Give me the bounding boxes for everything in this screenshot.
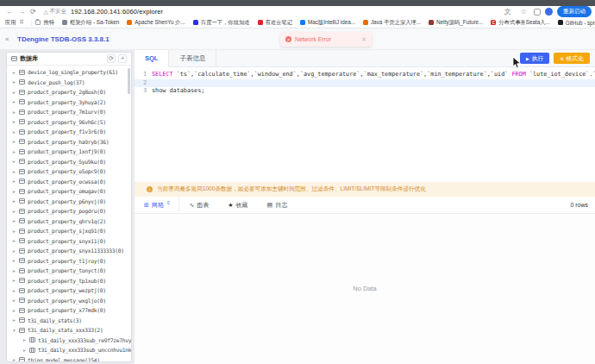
table-row[interactable]: ▸thing_model_message(154) [7, 355, 131, 363]
table-row[interactable]: ▸device_push_log(37) [7, 78, 131, 88]
forward-icon[interactable]: → [18, 8, 25, 16]
page: ← → ⟳ △ 不安全 192.168.200.141:6060/explore… [0, 0, 595, 364]
bookmark-item[interactable]: Netty源码_Future... [429, 19, 483, 27]
bookmark-item[interactable]: 框架介绍 - Sa-Token [62, 19, 119, 27]
table-row[interactable]: ▸product_property_x77mdk(0) [7, 305, 131, 316]
chevron-right-icon[interactable]: ▸ [13, 258, 19, 263]
chevron-right-icon[interactable]: ▸ [13, 179, 19, 184]
table-row[interactable]: ▸product_property_5yu9ku(0) [7, 157, 131, 167]
chevron-right-icon[interactable]: ▸ [13, 298, 19, 303]
table-row[interactable]: ▸product_property_sjxq91(0) [7, 226, 131, 236]
chevron-right-icon[interactable]: ▸ [13, 317, 19, 323]
table-row[interactable]: ▸product_property_wxgljo(0) [7, 296, 131, 306]
chevron-right-icon[interactable]: ▸ [13, 198, 19, 204]
chevron-right-icon[interactable]: ▸ [13, 119, 19, 124]
reload-icon[interactable]: ⟳ [30, 8, 36, 16]
sidebar-scrollbar[interactable] [128, 68, 130, 94]
browser-restart-button[interactable]: 重新启动 [557, 6, 592, 17]
sidebar-collapse-icon[interactable]: « [5, 35, 9, 43]
sql-token: `ts`,`calculate_time`,`window_end`,`avg_… [177, 71, 512, 78]
table-row[interactable]: ▸product_property_qhrv1q(2) [7, 217, 131, 227]
table-row[interactable]: ▸product_property_ocwssa(0) [7, 177, 131, 187]
table-row[interactable]: ▸product_property_2g8osh(0) [7, 87, 131, 97]
bookmark-item[interactable]: Apache ShenYu 介... [127, 19, 185, 27]
table-row[interactable]: ▸product_property_tp1xub(0) [7, 276, 131, 286]
result-area: No Data [135, 214, 595, 364]
chevron-right-icon[interactable]: ▸ [13, 149, 19, 154]
chevron-right-icon[interactable]: ▸ [13, 169, 19, 174]
table-row[interactable]: ▸product_property_96vh6c(5) [7, 117, 131, 128]
chevron-right-icon[interactable]: ▸ [13, 99, 19, 104]
table-row[interactable]: ▾t3i_daily_stats_xxx333(2) [7, 325, 131, 336]
run-button[interactable]: ▶ 执行 [520, 53, 549, 64]
chevron-right-icon[interactable]: ▸ [13, 278, 19, 283]
bookmark-item[interactable]: Java 干货之深入理... [363, 19, 421, 27]
tab-subtable-info[interactable]: 子表信息 [169, 50, 216, 67]
table-row[interactable]: ▸product_property_7m1urv(0) [7, 107, 131, 117]
table-row[interactable]: ▸product_property_f1v3r6(0) [7, 127, 131, 137]
chevron-right-icon[interactable]: ▸ [13, 159, 19, 164]
subtable-row[interactable]: ▸t3i_daily_xxx333sub_re9f7ze7hvyj2w [7, 336, 131, 346]
subtable-row[interactable]: ▸t3i_daily_xxx333sub_unccnhvu1nk5cn [7, 345, 131, 355]
bookmark-item[interactable]: 有道云笔记 [258, 19, 292, 27]
table-row[interactable]: ▸product_property_snyx11(0) [7, 236, 131, 247]
table-row[interactable]: ▸t3i_daily_stats(3) [7, 316, 131, 326]
table-row[interactable]: ▸product_property_pogdru(0) [7, 206, 131, 217]
refresh-icon[interactable]: ⟳ [107, 54, 116, 63]
format-button[interactable]: ≣ 格式化 [554, 53, 590, 64]
table-row[interactable]: ▸product_property_wezptj(0) [7, 286, 131, 296]
chevron-right-icon[interactable]: ▸ [13, 70, 19, 75]
chevron-right-icon[interactable]: ▸ [13, 209, 19, 214]
chevron-right-icon[interactable]: ▸ [13, 129, 19, 135]
chevron-right-icon[interactable]: ▸ [13, 90, 19, 95]
table-row[interactable]: ▸product_property_1xnfj9(0) [7, 147, 131, 157]
chevron-right-icon[interactable]: ▸ [23, 337, 29, 342]
add-database-button[interactable]: + [118, 54, 127, 63]
url-text[interactable]: 192.168.200.141:6060/explorer [71, 8, 163, 16]
back-icon[interactable]: ← [6, 8, 13, 16]
translate-icon[interactable]: 文 [504, 7, 511, 16]
chevron-right-icon[interactable]: ▸ [13, 357, 19, 362]
bookmark-item[interactable]: 推特 [35, 19, 54, 27]
result-tab-网格[interactable]: ⊞网格0 [135, 197, 179, 214]
table-row[interactable]: ▸product_property_tonyct(0) [7, 266, 131, 276]
apps-label[interactable]: 应用 [5, 19, 16, 27]
result-tab-图表[interactable]: ∿图表 [179, 197, 218, 214]
chevron-right-icon[interactable]: ▸ [23, 348, 29, 353]
table-row[interactable]: ▸device_log_single_property(61) [7, 67, 131, 78]
chevron-down-icon[interactable]: ▾ [13, 328, 19, 333]
chevron-right-icon[interactable]: ▸ [13, 110, 19, 115]
toast-close-icon[interactable]: ✕ [361, 36, 366, 43]
apps-grid-icon[interactable]: ⠿ [20, 19, 24, 26]
table-row[interactable]: ▸product_property_snyx11333333(0) [7, 246, 131, 256]
chevron-right-icon[interactable]: ▸ [13, 268, 19, 273]
sql-editor[interactable]: 123 SELECT `ts`,`calculate_time`,`window… [135, 67, 595, 182]
table-row[interactable]: ▸product_property_o5opc9(0) [7, 166, 131, 177]
chevron-right-icon[interactable]: ▸ [13, 238, 19, 243]
result-tab-收藏[interactable]: ★收藏 [218, 197, 257, 214]
chevron-right-icon[interactable]: ▸ [13, 79, 19, 85]
tab-sql[interactable]: SQL [135, 50, 169, 67]
profile-avatar[interactable] [545, 8, 553, 16]
chevron-right-icon[interactable]: ▸ [13, 189, 19, 194]
extensions-icon[interactable] [534, 9, 541, 16]
bookmark-item[interactable]: 百度一下，你就知道 [193, 19, 250, 27]
chevron-right-icon[interactable]: ▸ [13, 229, 19, 234]
chevron-right-icon[interactable]: ▸ [13, 139, 19, 144]
table-row[interactable]: ▸product_property_p6nyvj(0) [7, 197, 131, 207]
bookmark-item[interactable]: Mac版IntelliJ idea... [300, 19, 355, 27]
bookmark-item[interactable]: C分布式事务Seata入... [491, 19, 550, 27]
table-row[interactable]: ▸product_property_ha9ryb(36) [7, 137, 131, 147]
table-row[interactable]: ▸product_property_t1jroy(0) [7, 256, 131, 267]
sql-code: SELECT `ts`,`calculate_time`,`window_end… [152, 71, 595, 96]
chevron-right-icon[interactable]: ▸ [13, 308, 19, 313]
result-tab-日志[interactable]: ▤日志 [258, 197, 298, 214]
bookmark-star-icon[interactable]: ☆ [521, 8, 527, 16]
security-chip[interactable]: △ 不安全 [44, 8, 66, 16]
chevron-right-icon[interactable]: ▸ [13, 248, 19, 254]
bookmark-item[interactable]: GitHub - springclo... [558, 20, 595, 26]
chevron-right-icon[interactable]: ▸ [13, 288, 19, 293]
chevron-right-icon[interactable]: ▸ [13, 218, 19, 223]
table-row[interactable]: ▸product_property_omugav(0) [7, 186, 131, 197]
table-row[interactable]: ▸product_property_3yhuya(2) [7, 97, 131, 108]
